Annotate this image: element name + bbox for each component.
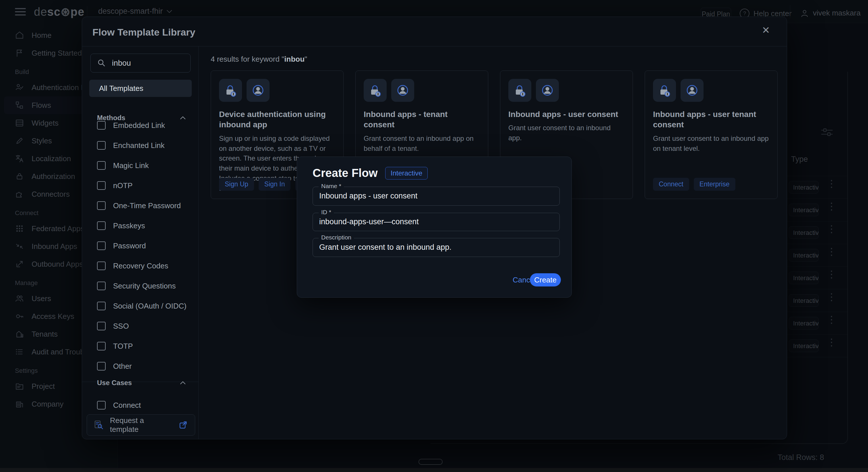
modal-header-divider xyxy=(82,46,787,46)
checkbox[interactable] xyxy=(97,161,105,170)
id-field: ID * xyxy=(313,213,560,231)
card-icons xyxy=(508,79,625,102)
user-circle-icon xyxy=(541,84,554,97)
template-search-icon xyxy=(94,420,104,430)
checkbox[interactable] xyxy=(97,222,105,230)
checkbox[interactable] xyxy=(97,362,105,370)
template-search[interactable] xyxy=(90,54,191,72)
card-title: Inbound apps - tenant consent xyxy=(364,109,480,130)
request-template-button[interactable]: Request a template xyxy=(87,414,195,436)
filter-checkbox-row[interactable]: Other xyxy=(97,356,192,376)
user-circle-icon xyxy=(251,84,265,97)
use-cases-filter-list: Connect xyxy=(97,395,192,415)
id-input[interactable] xyxy=(313,213,559,231)
checkbox[interactable] xyxy=(97,201,105,210)
inbound-app-lock-icon xyxy=(224,84,237,97)
inbound-app-lock-icon xyxy=(369,84,382,97)
inbound-app-lock-icon xyxy=(513,84,526,97)
tag: Enterprise xyxy=(694,178,735,191)
card-description: Grant consent to an inbound app on behal… xyxy=(364,134,480,154)
checkbox[interactable] xyxy=(97,302,105,310)
checkbox[interactable] xyxy=(97,322,105,330)
filter-checkbox-row[interactable]: Enchanted Link xyxy=(97,135,192,156)
external-link-icon xyxy=(179,420,188,430)
chevron-up-icon[interactable] xyxy=(180,381,186,385)
create-button[interactable]: Create xyxy=(530,273,561,286)
filter-checkbox-row[interactable]: Connect xyxy=(97,395,192,415)
card-title: Inbound apps - user tenant consent xyxy=(653,109,769,130)
filter-checkbox-row[interactable]: Security Questions xyxy=(97,276,192,296)
tag: Connect xyxy=(653,178,689,191)
card-tags: Connect Enterprise xyxy=(653,178,735,191)
filter-checkbox-row[interactable]: SSO xyxy=(97,316,192,336)
methods-filter-list: Embedded Link Enchanted Link Magic Link … xyxy=(97,115,192,376)
checkbox[interactable] xyxy=(97,141,105,150)
filter-checkbox-row[interactable]: Passkeys xyxy=(97,216,192,236)
template-card-user-tenant-consent[interactable]: Inbound apps - user tenant consent Grant… xyxy=(645,71,778,199)
close-icon[interactable]: ✕ xyxy=(762,24,770,36)
inbound-app-lock-icon xyxy=(658,84,671,97)
filter-checkbox-row[interactable]: Embedded Link xyxy=(97,115,192,135)
description-field: Description xyxy=(313,238,560,257)
filter-checkbox-row[interactable]: TOTP xyxy=(97,336,192,356)
checkbox[interactable] xyxy=(97,241,105,250)
dialog-title: Create Flow xyxy=(313,167,378,179)
modal-title: Flow Template Library xyxy=(92,27,195,38)
filter-section-use-cases: Use Cases xyxy=(97,379,186,387)
checkbox[interactable] xyxy=(97,121,105,130)
descope-console: desc⊛pe descope-smart-fhir Paid Plan ? H… xyxy=(0,0,868,472)
interactive-badge: Interactive xyxy=(385,167,428,179)
card-title: Device authentication using inbound app xyxy=(219,109,335,130)
filter-checkbox-row[interactable]: Recovery Codes xyxy=(97,256,192,276)
card-icons xyxy=(364,79,480,102)
description-input[interactable] xyxy=(313,238,559,256)
id-field-label: ID * xyxy=(319,209,334,216)
name-input[interactable] xyxy=(313,187,559,205)
checkbox[interactable] xyxy=(97,262,105,270)
results-count: 4 results for keyword "inbou" xyxy=(211,55,307,64)
name-field: Name * xyxy=(313,187,560,206)
filter-checkbox-row[interactable]: Magic Link xyxy=(97,156,192,175)
tag: Sign In xyxy=(259,178,291,191)
filter-all-templates[interactable]: All Templates xyxy=(89,80,192,97)
description-field-label: Description xyxy=(319,234,354,241)
filter-checkbox-row[interactable]: nOTP xyxy=(97,175,192,196)
card-icons xyxy=(219,79,335,102)
checkbox[interactable] xyxy=(97,181,105,190)
name-field-label: Name * xyxy=(319,183,344,190)
card-description: Grant user consent to an inbound app on … xyxy=(653,134,769,154)
user-circle-icon xyxy=(685,84,699,97)
user-circle-icon xyxy=(396,84,409,97)
card-icons xyxy=(653,79,769,102)
search-input[interactable] xyxy=(112,59,184,68)
filter-checkbox-row[interactable]: Social (OAuth / OIDC) xyxy=(97,296,192,316)
card-description: Grant user consent to an inbound app. xyxy=(508,123,625,143)
card-title: Inbound apps - user consent xyxy=(508,109,625,120)
checkbox[interactable] xyxy=(97,401,105,409)
filter-checkbox-row[interactable]: Password xyxy=(97,236,192,256)
filter-checkbox-row[interactable]: One-Time Password xyxy=(97,196,192,216)
tag: Sign Up xyxy=(219,178,254,191)
checkbox[interactable] xyxy=(97,342,105,350)
checkbox[interactable] xyxy=(97,281,105,290)
search-icon xyxy=(97,59,106,68)
